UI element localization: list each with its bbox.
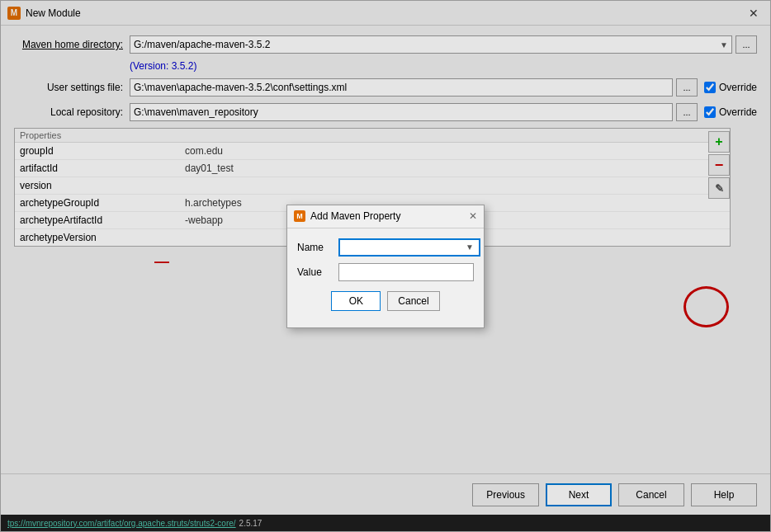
dialog-name-row: Name ▼ bbox=[297, 238, 474, 257]
dialog-ok-button[interactable]: OK bbox=[331, 291, 381, 311]
modal-overlay: M Add Maven Property ✕ Name ▼ Value bbox=[1, 1, 770, 531]
dialog-app-icon: M bbox=[294, 210, 305, 222]
dialog-value-input-wrap bbox=[338, 263, 474, 281]
main-window: M New Module ✕ Maven home directory: G:/… bbox=[0, 0, 771, 532]
dialog-value-row: Value bbox=[297, 263, 474, 281]
dialog-close-button[interactable]: ✕ bbox=[469, 210, 477, 222]
dialog-name-input-wrap: ▼ bbox=[338, 238, 474, 257]
dialog-title: Add Maven Property bbox=[310, 210, 469, 222]
dialog-name-input[interactable] bbox=[338, 238, 480, 257]
add-property-dialog: M Add Maven Property ✕ Name ▼ Value bbox=[286, 205, 485, 328]
dialog-name-label: Name bbox=[297, 242, 338, 253]
dialog-body: Name ▼ Value OK Cancel bbox=[287, 228, 484, 327]
dialog-value-label: Value bbox=[297, 266, 338, 278]
dialog-title-bar: M Add Maven Property ✕ bbox=[287, 205, 484, 228]
dialog-buttons: OK Cancel bbox=[297, 288, 474, 318]
dialog-value-input[interactable] bbox=[338, 263, 474, 281]
dialog-cancel-button[interactable]: Cancel bbox=[387, 291, 439, 311]
